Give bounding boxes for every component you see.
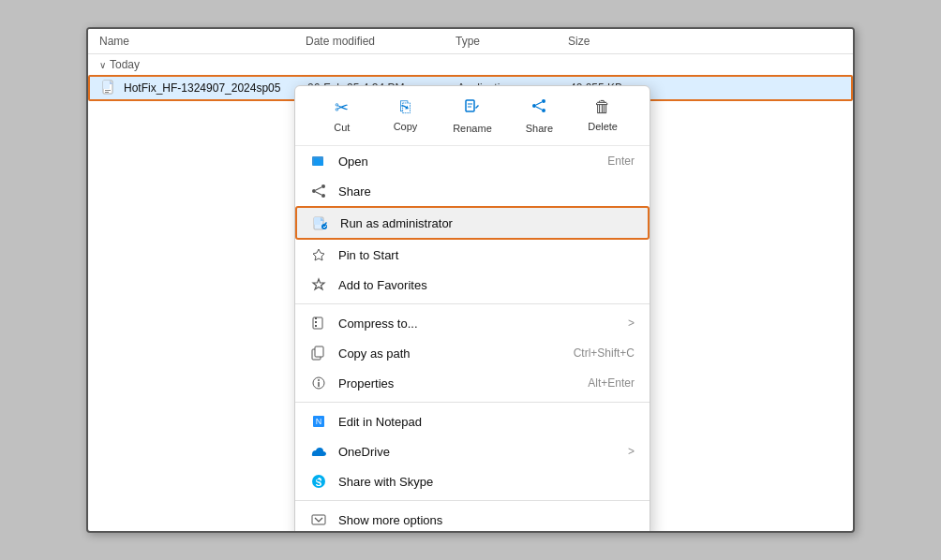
svg-rect-3	[105, 90, 111, 91]
col-size-header: Size	[568, 35, 643, 48]
onedrive-arrow: >	[628, 445, 635, 458]
separator-1	[295, 303, 650, 304]
skype-label: Share with Skype	[338, 475, 433, 489]
cm-notepad[interactable]: N Edit in Notepad	[295, 406, 650, 436]
copy-icon: ⎘	[400, 97, 411, 117]
cm-skype[interactable]: Share with Skype	[295, 466, 650, 496]
cm-toolbar: ✂ Cut ⎘ Copy Rename	[295, 86, 650, 146]
svg-point-14	[321, 184, 325, 188]
cm-rename-button[interactable]: Rename	[445, 94, 500, 138]
more-icon	[310, 511, 327, 528]
cm-cut-button[interactable]: ✂ Cut	[319, 94, 366, 138]
svg-line-11	[536, 102, 542, 105]
pin-icon	[310, 246, 327, 263]
context-menu: ✂ Cut ⎘ Copy Rename	[294, 85, 650, 533]
properties-icon	[310, 375, 327, 391]
cut-icon: ✂	[335, 97, 349, 118]
runas-label: Run as administrator	[340, 216, 453, 230]
svg-point-15	[312, 189, 316, 193]
open-shortcut: Enter	[607, 155, 635, 168]
svg-rect-4	[105, 92, 109, 93]
explorer-header: Name Date modified Type Size	[88, 29, 853, 54]
separator-2	[295, 402, 650, 403]
pin-start-label: Pin to Start	[338, 248, 398, 262]
svg-point-22	[321, 224, 327, 229]
svg-rect-33	[312, 515, 325, 524]
cm-share[interactable]: Share	[295, 176, 650, 206]
svg-point-9	[532, 104, 536, 108]
svg-line-12	[536, 107, 542, 110]
copypath-icon	[310, 345, 327, 361]
open-icon	[310, 153, 327, 169]
more-options-label: Show more options	[338, 513, 442, 527]
rename-icon	[464, 97, 481, 119]
col-date-header: Date modified	[306, 35, 456, 48]
svg-point-8	[542, 99, 545, 103]
svg-point-31	[318, 379, 320, 381]
copy-label: Copy	[394, 121, 418, 132]
delete-icon: 🗑	[594, 97, 611, 117]
favorites-label: Add to Favorites	[338, 278, 427, 292]
onedrive-icon	[310, 443, 327, 460]
col-name-header: Name	[99, 35, 306, 48]
share2-icon	[310, 183, 327, 199]
svg-rect-5	[466, 100, 474, 111]
file-explorer-window: Name Date modified Type Size ∨ Today Hot…	[86, 27, 855, 533]
share-label: Share	[526, 123, 553, 134]
skype-icon	[310, 473, 327, 490]
onedrive-label: OneDrive	[338, 445, 390, 459]
cm-more-options[interactable]: Show more options	[295, 505, 650, 533]
star-icon	[310, 276, 327, 293]
svg-line-17	[316, 187, 321, 190]
compress-label: Compress to...	[338, 317, 418, 331]
file-name-cell: HotFix_HF-1324907_2024sp05	[101, 80, 307, 96]
notepad-icon: N	[310, 413, 327, 430]
compress-icon	[310, 315, 327, 332]
properties-shortcut: Alt+Enter	[588, 376, 635, 390]
share2-label: Share	[338, 184, 371, 199]
cm-compress[interactable]: Compress to... >	[295, 308, 650, 338]
svg-line-18	[316, 192, 321, 195]
cm-favorites[interactable]: Add to Favorites	[295, 270, 650, 300]
svg-rect-23	[313, 317, 322, 329]
chevron-down-icon: ∨	[99, 60, 106, 70]
open-label: Open	[338, 155, 368, 169]
cm-delete-button[interactable]: 🗑 Delete	[579, 94, 626, 138]
svg-rect-1	[103, 81, 110, 89]
runas-icon	[312, 214, 329, 231]
svg-rect-26	[315, 325, 317, 327]
svg-rect-28	[315, 346, 323, 357]
cm-share-button[interactable]: Share	[515, 94, 562, 138]
svg-rect-25	[315, 321, 317, 323]
svg-rect-20	[314, 217, 321, 225]
copy-path-shortcut: Ctrl+Shift+C	[574, 346, 635, 360]
copy-path-label: Copy as path	[338, 346, 411, 361]
file-icon	[101, 80, 118, 96]
svg-rect-24	[315, 317, 317, 319]
group-label-text: Today	[110, 58, 140, 71]
cut-label: Cut	[334, 122, 350, 133]
cm-pin-start[interactable]: Pin to Start	[295, 240, 650, 270]
svg-point-10	[542, 109, 545, 112]
cm-open[interactable]: Open Enter	[295, 146, 650, 176]
separator-3	[295, 500, 650, 501]
cm-run-as-admin[interactable]: Run as administrator	[295, 206, 650, 240]
cm-copy-button[interactable]: ⎘ Copy	[382, 94, 429, 138]
cm-properties[interactable]: Properties Alt+Enter	[295, 368, 650, 398]
file-name-text: HotFix_HF-1324907_2024sp05	[124, 81, 280, 95]
delete-label: Delete	[588, 121, 618, 132]
svg-point-16	[321, 194, 325, 198]
share-icon	[530, 97, 547, 119]
group-today[interactable]: ∨ Today	[88, 54, 853, 75]
cm-copy-path[interactable]: Copy as path Ctrl+Shift+C	[295, 338, 650, 368]
col-type-header: Type	[456, 35, 568, 48]
properties-label: Properties	[338, 376, 394, 391]
notepad-label: Edit in Notepad	[338, 415, 422, 429]
cm-onedrive[interactable]: OneDrive >	[295, 436, 650, 466]
compress-arrow: >	[628, 317, 635, 330]
rename-label: Rename	[453, 123, 492, 134]
